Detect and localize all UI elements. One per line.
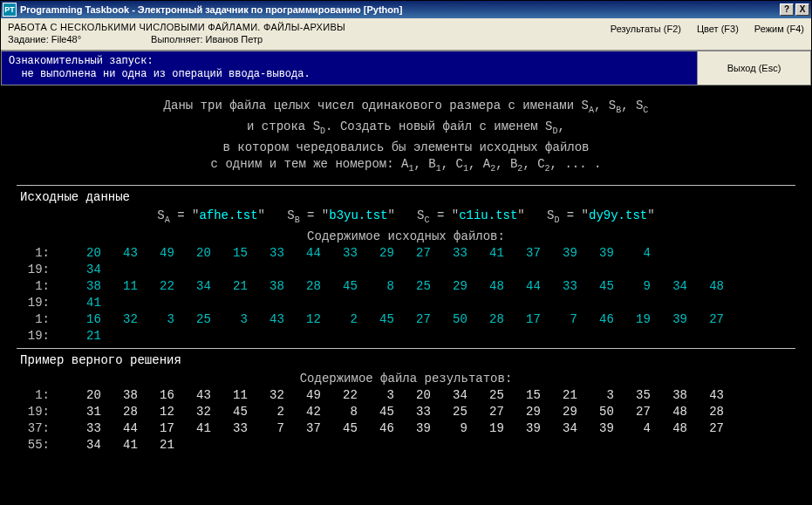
t: . Создать новый файл с именем S [325, 119, 552, 133]
app-icon: PT [3, 3, 17, 17]
status-message: Ознакомительный запуск: не выполнена ни … [2, 51, 697, 85]
t: Даны три файла целых чисел одинакового р… [164, 99, 589, 113]
header-left: РАБОТА С НЕСКОЛЬКИМИ ЧИСЛОВЫМИ ФАЙЛАМИ. … [8, 22, 345, 44]
data-row: 1: 16 32 3 25 3 43 12 2 45 27 50 28 17 7… [11, 311, 801, 328]
t: , A [468, 157, 490, 171]
output-data: 1: 20 38 16 43 11 32 49 22 3 20 34 25 15… [11, 387, 801, 454]
data-row: 19: 41 [11, 295, 801, 311]
t: , ... . [550, 157, 602, 171]
t: , B [413, 157, 435, 171]
titlebar: PT Programming Taskbook - Электронный за… [1, 1, 811, 18]
t: в котором чередовались бы элементы исход… [11, 140, 801, 156]
input-content-title: Содержимое исходных файлов: [11, 229, 801, 245]
app-window: PT Programming Taskbook - Электронный за… [0, 0, 812, 505]
t: , C [441, 157, 463, 171]
help-button[interactable]: ? [780, 3, 794, 16]
t: , [558, 119, 565, 133]
close-button[interactable]: X [795, 3, 809, 16]
status-row: Ознакомительный запуск: не выполнена ни … [1, 51, 811, 85]
data-row: 1: 20 38 16 43 11 32 49 22 3 20 34 25 15… [11, 387, 801, 404]
results-link[interactable]: Результаты (F2) [611, 24, 681, 34]
t: , S [594, 99, 616, 113]
input-title: Исходные данные [20, 189, 801, 206]
exit-button[interactable]: Выход (Esc) [697, 51, 810, 85]
data-row: 55: 34 41 21 [11, 437, 801, 454]
t: и строка S [247, 119, 320, 133]
input-data: 1: 20 43 49 20 15 33 44 33 29 27 33 41 3… [11, 245, 801, 345]
t: с одним и тем же номером: A [211, 157, 409, 171]
divider [17, 185, 795, 186]
header: РАБОТА С НЕСКОЛЬКИМИ ЧИСЛОВЫМИ ФАЙЛАМИ. … [1, 18, 811, 51]
mode-link[interactable]: Режим (F4) [754, 24, 804, 34]
header-right: Результаты (F2) Цвет (F3) Режим (F4) [611, 22, 804, 44]
t: , C [522, 157, 544, 171]
data-row: 19: 21 [11, 328, 801, 345]
data-row: 1: 38 11 22 34 21 38 28 45 8 25 29 48 44… [11, 278, 801, 295]
topic-title: РАБОТА С НЕСКОЛЬКИМИ ЧИСЛОВЫМИ ФАЙЛАМИ. … [8, 22, 345, 32]
output-title: Пример верного решения [20, 352, 801, 369]
output-content-title: Содержимое файла результатов: [11, 371, 801, 387]
data-row: 1: 20 43 49 20 15 33 44 33 29 27 33 41 3… [11, 245, 801, 262]
data-row: 19: 34 [11, 262, 801, 278]
color-link[interactable]: Цвет (F3) [697, 24, 739, 34]
data-row: 37: 33 44 17 41 33 7 37 45 46 39 9 19 39… [11, 420, 801, 437]
window-title: Programming Taskbook - Электронный задач… [20, 4, 778, 15]
file-names: SA = "afhe.tst" SB = "b3yu.tst" SC = "c1… [11, 208, 801, 229]
status-line2: не выполнена ни одна из операций ввода-в… [9, 68, 690, 81]
divider [17, 348, 795, 349]
t: , S [621, 99, 643, 113]
t: , B [495, 157, 517, 171]
runner-label: Выполняет: Иванов Петр [151, 34, 263, 44]
data-row: 19: 31 28 12 32 45 2 42 8 45 33 25 27 29… [11, 404, 801, 420]
status-line1: Ознакомительный запуск: [9, 55, 690, 68]
console: Даны три файла целых чисел одинакового р… [1, 85, 811, 504]
task-label: Задание: File48° [8, 34, 81, 44]
problem-text: Даны три файла целых чисел одинакового р… [11, 98, 801, 176]
